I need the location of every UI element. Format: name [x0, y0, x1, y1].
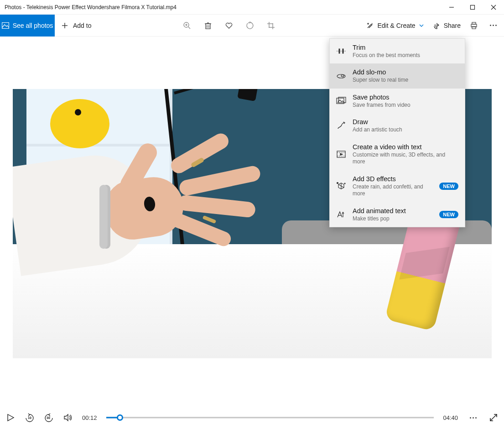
svg-marker-47	[64, 414, 68, 421]
edit-create-icon	[366, 22, 374, 29]
menu-item-slomo-title: Add slo-mo	[353, 68, 458, 77]
see-all-photos-label: See all photos	[13, 22, 53, 29]
favorite-button[interactable]	[225, 21, 233, 30]
svg-marker-46	[8, 414, 14, 421]
playback-bar: 10 30 00:12 04:40	[0, 406, 504, 429]
playback-more-button[interactable]	[467, 417, 479, 419]
print-button[interactable]	[470, 21, 478, 30]
total-time: 04:40	[443, 414, 458, 421]
slomo-icon	[336, 71, 346, 81]
plus-icon	[61, 22, 68, 29]
add-to-label: Add to	[73, 22, 91, 29]
trim-icon	[336, 46, 346, 56]
menu-item-draw-title: Draw	[353, 118, 458, 126]
see-all-photos-button[interactable]: See all photos	[0, 15, 55, 37]
svg-line-48	[490, 414, 497, 421]
chevron-down-icon	[419, 23, 424, 28]
menu-item-save-photos-sub: Save frames from video	[353, 102, 458, 109]
share-button[interactable]: Share	[433, 22, 461, 29]
current-time: 00:12	[82, 414, 97, 421]
title-bar: Photos - Telekinesis Power Effect Wonder…	[0, 0, 504, 15]
video-text-icon	[336, 149, 346, 159]
skip-forward-button[interactable]: 30	[44, 413, 54, 423]
toolbar: See all photos Add to Edit & Create	[0, 15, 504, 37]
zoom-button[interactable]	[183, 21, 191, 30]
menu-item-slomo[interactable]: Add slo-mo Super slow to real time	[330, 63, 465, 88]
photos-icon	[2, 22, 9, 29]
menu-item-draw-sub: Add an artistic touch	[353, 126, 458, 134]
menu-item-trim[interactable]: Trim Focus on the best moments	[330, 39, 465, 63]
rotate-button[interactable]	[246, 21, 254, 30]
menu-item-save-photos[interactable]: Save photos Save frames from video	[330, 89, 465, 113]
minimize-button[interactable]	[441, 0, 462, 15]
menu-item-3d-effects-title: Add 3D effects	[353, 175, 433, 183]
share-icon	[433, 22, 440, 29]
svg-point-32	[341, 75, 344, 77]
add-to-button[interactable]: Add to	[61, 22, 91, 29]
center-icon-group	[183, 21, 275, 30]
menu-item-draw[interactable]: Draw Add an artistic touch	[330, 113, 465, 138]
menu-item-save-photos-title: Save photos	[353, 93, 458, 102]
svg-rect-1	[471, 5, 475, 9]
share-label: Share	[444, 22, 461, 29]
svg-rect-26	[472, 22, 476, 24]
draw-icon	[336, 121, 346, 131]
edit-create-label: Edit & Create	[377, 22, 415, 29]
close-button[interactable]	[483, 0, 504, 15]
menu-item-animated-text-title: Add animated text	[353, 207, 433, 215]
svg-rect-29	[339, 49, 340, 53]
menu-item-animated-text-sub: Make titles pop	[353, 215, 433, 223]
skip-forward-seconds: 30	[47, 416, 50, 419]
svg-rect-11	[206, 24, 210, 29]
svg-line-8	[188, 27, 190, 29]
new-badge: NEW	[439, 183, 458, 190]
skip-back-seconds: 10	[28, 416, 31, 419]
window-title: Photos - Telekinesis Power Effect Wonder…	[0, 4, 177, 10]
edit-create-button[interactable]: Edit & Create	[366, 22, 423, 29]
edit-create-menu: Trim Focus on the best moments Add slo-m…	[329, 38, 465, 227]
svg-point-43	[344, 183, 345, 184]
right-toolbar-group: Edit & Create Share	[366, 21, 499, 30]
skip-back-button[interactable]: 10	[25, 413, 35, 423]
volume-button[interactable]	[63, 413, 73, 423]
new-badge: NEW	[439, 211, 458, 218]
animated-text-icon	[336, 209, 346, 220]
save-photos-icon	[336, 96, 346, 106]
svg-point-42	[337, 182, 338, 183]
crop-button[interactable]	[267, 21, 275, 30]
menu-item-3d-effects[interactable]: Add 3D effects Create rain, add confetti…	[330, 170, 465, 202]
more-button[interactable]	[487, 25, 499, 26]
menu-item-video-text[interactable]: Create a video with text Customize with …	[330, 138, 465, 170]
delete-button[interactable]	[204, 21, 212, 30]
3d-effects-icon	[336, 181, 346, 191]
menu-item-video-text-sub: Customize with music, 3D effects, and mo…	[353, 152, 458, 166]
menu-item-trim-sub: Focus on the best moments	[353, 52, 458, 59]
progress-track[interactable]	[106, 411, 434, 424]
maximize-button[interactable]	[462, 0, 483, 15]
menu-item-3d-effects-sub: Create rain, add confetti, and more	[353, 183, 433, 198]
menu-item-trim-title: Trim	[353, 43, 458, 52]
svg-marker-38	[340, 153, 343, 155]
menu-item-animated-text[interactable]: Add animated text Make titles pop NEW	[330, 202, 465, 227]
menu-item-video-text-title: Create a video with text	[353, 143, 458, 152]
fullscreen-button[interactable]	[488, 413, 499, 423]
play-button[interactable]	[5, 413, 16, 423]
svg-rect-30	[343, 49, 343, 53]
menu-item-slomo-sub: Super slow to real time	[353, 77, 458, 84]
